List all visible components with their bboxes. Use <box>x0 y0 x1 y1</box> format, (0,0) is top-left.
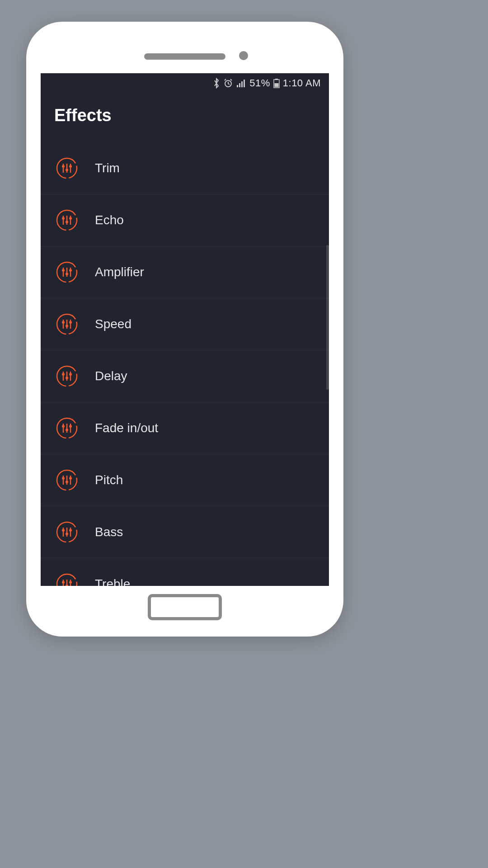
sliders-icon <box>56 313 78 335</box>
svg-point-47 <box>66 429 68 431</box>
svg-point-28 <box>69 269 72 272</box>
sliders-icon <box>56 573 78 586</box>
battery-percent: 51% <box>249 77 270 89</box>
phone-camera <box>239 51 248 60</box>
svg-point-42 <box>69 373 72 376</box>
home-button[interactable] <box>148 594 222 620</box>
effect-item-trim[interactable]: Trim <box>41 142 329 194</box>
svg-point-19 <box>66 221 68 223</box>
svg-rect-7 <box>274 83 278 87</box>
effects-list: Trim Echo Amplifier Speed Delay <box>41 142 329 586</box>
effect-label: Amplifier <box>95 265 144 279</box>
sliders-icon <box>56 157 78 179</box>
screen: 51% 1:10 AM Effects Trim Echo <box>41 73 329 586</box>
svg-rect-3 <box>241 81 243 87</box>
effect-item-speed[interactable]: Speed <box>41 298 329 350</box>
svg-rect-6 <box>275 79 278 80</box>
sliders-icon <box>56 365 78 387</box>
bluetooth-icon <box>213 78 220 89</box>
phone-speaker <box>144 53 225 60</box>
page-title: Effects <box>41 93 329 142</box>
svg-point-10 <box>62 165 65 168</box>
svg-point-12 <box>66 169 68 171</box>
battery-icon <box>273 78 280 88</box>
svg-point-21 <box>69 217 72 220</box>
svg-point-14 <box>69 165 72 168</box>
svg-point-59 <box>62 529 65 532</box>
effect-item-fade-in-out[interactable]: Fade in/out <box>41 402 329 454</box>
effect-item-bass[interactable]: Bass <box>41 506 329 558</box>
svg-point-38 <box>62 373 65 376</box>
alarm-icon <box>223 78 233 88</box>
clock-time: 1:10 AM <box>283 77 321 89</box>
signal-icon <box>236 79 246 88</box>
svg-point-52 <box>62 477 65 480</box>
svg-point-33 <box>66 325 68 327</box>
svg-point-70 <box>69 581 72 584</box>
phone-frame: 51% 1:10 AM Effects Trim Echo <box>26 22 343 637</box>
svg-point-56 <box>69 477 72 480</box>
sliders-icon <box>56 469 78 491</box>
effect-label: Pitch <box>95 473 123 487</box>
svg-point-40 <box>66 377 68 379</box>
effect-item-pitch[interactable]: Pitch <box>41 454 329 506</box>
effect-label: Speed <box>95 317 131 331</box>
effect-item-amplifier[interactable]: Amplifier <box>41 246 329 298</box>
svg-point-66 <box>62 581 65 584</box>
svg-point-17 <box>62 217 65 220</box>
effect-label: Treble <box>95 577 130 586</box>
sliders-icon <box>56 417 78 439</box>
effect-item-echo[interactable]: Echo <box>41 194 329 246</box>
sliders-icon <box>56 261 78 283</box>
effect-label: Echo <box>95 213 124 227</box>
svg-point-35 <box>69 321 72 324</box>
scrollbar[interactable] <box>326 245 329 390</box>
effect-item-treble[interactable]: Treble <box>41 558 329 586</box>
effect-label: Bass <box>95 525 123 539</box>
svg-rect-1 <box>237 85 238 87</box>
svg-rect-2 <box>239 83 240 87</box>
effect-label: Trim <box>95 161 120 175</box>
svg-point-26 <box>66 273 68 275</box>
status-bar: 51% 1:10 AM <box>41 73 329 93</box>
svg-point-61 <box>66 533 68 535</box>
svg-point-54 <box>66 481 68 483</box>
svg-point-68 <box>66 585 68 586</box>
sliders-icon <box>56 209 78 231</box>
svg-rect-4 <box>244 80 245 87</box>
svg-point-45 <box>62 425 65 428</box>
svg-point-31 <box>62 321 65 324</box>
svg-point-24 <box>62 269 65 272</box>
effect-label: Delay <box>95 369 127 383</box>
svg-point-63 <box>69 529 72 532</box>
effect-item-delay[interactable]: Delay <box>41 350 329 402</box>
effect-label: Fade in/out <box>95 421 158 435</box>
svg-point-49 <box>69 425 72 428</box>
sliders-icon <box>56 521 78 543</box>
